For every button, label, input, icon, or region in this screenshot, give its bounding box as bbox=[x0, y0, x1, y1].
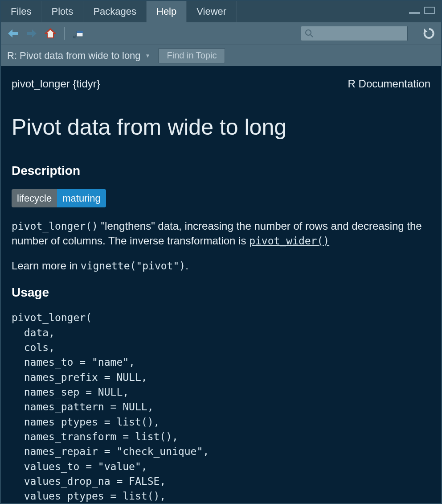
arrow-right-icon bbox=[26, 29, 37, 38]
tab-plots[interactable]: Plots bbox=[41, 1, 83, 22]
doc-source-label: R Documentation bbox=[348, 77, 430, 91]
help-content: pivot_longer {tidyr} R Documentation Piv… bbox=[1, 66, 441, 503]
help-subtoolbar: R: Pivot data from wide to long ▼ Find i… bbox=[1, 45, 441, 66]
badge-left: lifecycle bbox=[12, 189, 57, 208]
help-search-input[interactable] bbox=[301, 26, 408, 41]
description-paragraph-1: pivot_longer() "lengthens" data, increas… bbox=[12, 219, 430, 248]
find-in-topic-input[interactable]: Find in Topic bbox=[158, 48, 225, 63]
svg-rect-1 bbox=[77, 31, 83, 33]
breadcrumb[interactable]: R: Pivot data from wide to long ▼ bbox=[7, 50, 150, 62]
tab-packages[interactable]: Packages bbox=[83, 1, 147, 22]
chevron-down-icon: ▼ bbox=[145, 53, 151, 59]
home-icon bbox=[45, 28, 56, 39]
section-heading-description: Description bbox=[12, 162, 430, 179]
tab-viewer[interactable]: Viewer bbox=[187, 1, 237, 22]
desc-text-2-lead: Learn more in bbox=[12, 260, 81, 272]
search-icon bbox=[305, 29, 314, 38]
badge-right: maturing bbox=[57, 189, 106, 208]
tab-help[interactable]: Help bbox=[147, 1, 187, 22]
pane-window-controls bbox=[409, 7, 441, 17]
lifecycle-badge: lifecycle maturing bbox=[12, 189, 430, 208]
help-pane: Files Plots Packages Help Viewer bbox=[0, 0, 442, 504]
code-pivot-longer: pivot_longer() bbox=[12, 220, 98, 232]
code-vignette: vignette("pivot") bbox=[81, 260, 185, 272]
link-pivot-wider[interactable]: pivot_wider() bbox=[249, 235, 329, 247]
svg-point-2 bbox=[306, 30, 311, 35]
arrow-left-icon bbox=[7, 29, 19, 38]
popout-button[interactable] bbox=[72, 27, 85, 40]
find-in-topic-placeholder: Find in Topic bbox=[167, 50, 217, 61]
help-toolbar bbox=[1, 22, 441, 45]
refresh-icon bbox=[423, 28, 435, 39]
desc-text-2-tail: . bbox=[185, 260, 188, 272]
maximize-pane-icon[interactable] bbox=[424, 7, 435, 14]
section-heading-usage: Usage bbox=[12, 284, 430, 301]
description-paragraph-2: Learn more in vignette("pivot"). bbox=[12, 259, 430, 273]
popout-icon bbox=[73, 29, 84, 38]
usage-code-block: pivot_longer( data, cols, names_to = "na… bbox=[12, 310, 430, 503]
page-title: Pivot data from wide to long bbox=[12, 112, 430, 143]
back-button[interactable] bbox=[6, 27, 20, 40]
refresh-button[interactable] bbox=[422, 27, 436, 40]
tab-files[interactable]: Files bbox=[1, 1, 41, 22]
pane-tabstrip: Files Plots Packages Help Viewer bbox=[1, 1, 441, 22]
home-button[interactable] bbox=[44, 27, 57, 40]
minimize-pane-icon[interactable] bbox=[409, 9, 420, 14]
svg-line-3 bbox=[311, 35, 313, 37]
topic-name: pivot_longer {tidyr} bbox=[12, 77, 100, 91]
breadcrumb-label: R: Pivot data from wide to long bbox=[7, 50, 141, 62]
forward-button[interactable] bbox=[25, 27, 38, 40]
